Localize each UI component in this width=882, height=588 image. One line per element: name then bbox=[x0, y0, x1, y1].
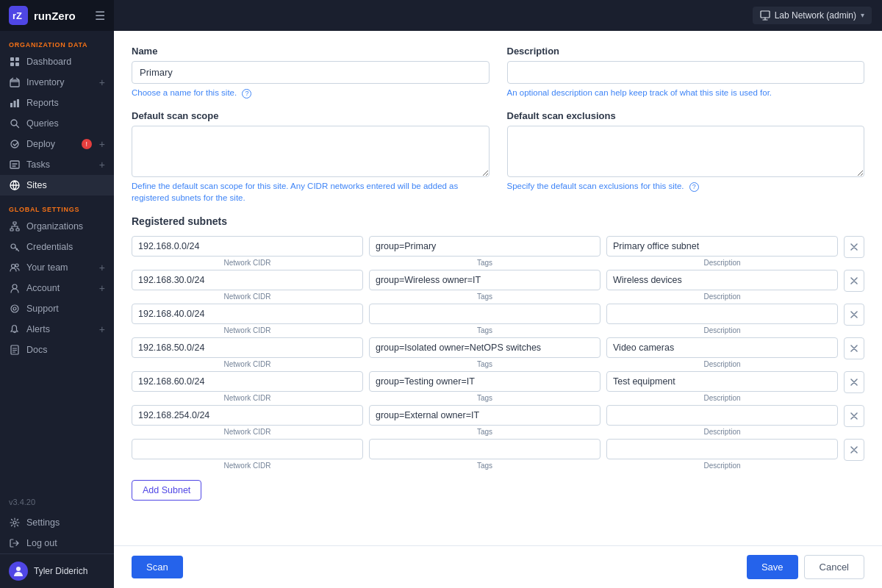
search-icon bbox=[9, 118, 21, 129]
subnet-description-field: Description bbox=[606, 405, 838, 436]
hamburger-icon[interactable]: ☰ bbox=[95, 9, 105, 23]
sidebar-item-sites[interactable]: Sites bbox=[0, 175, 114, 196]
svg-rect-14 bbox=[10, 229, 13, 231]
avatar bbox=[9, 562, 28, 581]
add-subnet-button[interactable]: Add Subnet bbox=[132, 480, 201, 501]
subnet-description-input[interactable] bbox=[606, 439, 838, 459]
plus-icon[interactable]: + bbox=[99, 76, 105, 88]
subnet-cidr-input[interactable] bbox=[132, 337, 363, 358]
org-icon bbox=[9, 220, 21, 232]
subnet-tags-input[interactable] bbox=[369, 270, 600, 290]
subnet-description-input[interactable] bbox=[606, 236, 838, 257]
subnet-description-field: Description bbox=[606, 236, 838, 267]
sidebar-item-label: Queries bbox=[26, 118, 59, 129]
svg-point-20 bbox=[11, 305, 18, 312]
org-selector[interactable]: Lab Network (admin) ▾ bbox=[753, 7, 872, 25]
subnet-cidr-input[interactable] bbox=[132, 270, 363, 290]
subnet-cidr-input[interactable] bbox=[132, 371, 363, 392]
remove-subnet-button[interactable] bbox=[844, 371, 864, 393]
sidebar-item-tasks[interactable]: Tasks + bbox=[0, 154, 114, 175]
plus-icon[interactable]: + bbox=[99, 282, 105, 294]
svg-rect-13 bbox=[13, 222, 16, 224]
sidebar-bottom: v3.4.20 Settings Log out Tyler Diderich bbox=[0, 492, 114, 588]
help-icon-2: ? bbox=[689, 182, 699, 192]
scan-exclusions-input[interactable] bbox=[507, 126, 865, 177]
name-group: Name Choose a name for this site. ? bbox=[132, 46, 490, 98]
sidebar-item-settings[interactable]: Settings bbox=[0, 512, 114, 533]
plus-icon[interactable]: + bbox=[99, 323, 105, 335]
sidebar-item-dashboard[interactable]: Dashboard bbox=[0, 51, 114, 72]
sidebar-item-inventory[interactable]: Inventory + bbox=[0, 72, 114, 93]
subnet-tags-input[interactable] bbox=[369, 371, 600, 392]
scan-scope-input[interactable] bbox=[132, 126, 490, 177]
subnet-description-input[interactable] bbox=[606, 405, 838, 426]
scan-button[interactable]: Scan bbox=[132, 556, 183, 578]
subnet-tags-input[interactable] bbox=[369, 236, 600, 257]
remove-subnet-button[interactable] bbox=[844, 304, 864, 326]
svg-rect-7 bbox=[10, 103, 12, 107]
docs-icon bbox=[9, 344, 21, 356]
sidebar-item-queries[interactable]: Queries bbox=[0, 113, 114, 134]
tags-label: Tags bbox=[369, 293, 600, 301]
sidebar-item-alerts[interactable]: Alerts + bbox=[0, 319, 114, 340]
global-section-label: GLOBAL SETTINGS bbox=[0, 196, 114, 216]
subnet-tags-input[interactable] bbox=[369, 439, 600, 459]
sidebar-item-logout[interactable]: Log out bbox=[0, 533, 114, 553]
subnet-cidr-input[interactable] bbox=[132, 439, 363, 459]
sidebar-item-credentials[interactable]: Credentials bbox=[0, 237, 114, 257]
sidebar-item-your-team[interactable]: Your team + bbox=[0, 257, 114, 278]
bar-chart-icon bbox=[9, 97, 21, 109]
svg-point-24 bbox=[16, 567, 21, 571]
content-area: Name Choose a name for this site. ? Desc… bbox=[114, 31, 882, 545]
sidebar-item-label: Your team bbox=[26, 262, 68, 273]
network-cidr-label: Network CIDR bbox=[132, 394, 363, 402]
plus-icon[interactable]: + bbox=[99, 159, 105, 171]
svg-point-18 bbox=[15, 264, 18, 267]
subnet-description-input[interactable] bbox=[606, 304, 838, 324]
org-name: Lab Network (admin) bbox=[775, 10, 856, 21]
subnet-cidr-input[interactable] bbox=[132, 304, 363, 324]
tags-label: Tags bbox=[369, 360, 600, 368]
subnet-description-input[interactable] bbox=[606, 371, 838, 392]
deploy-icon bbox=[9, 138, 21, 150]
remove-subnet-button[interactable] bbox=[844, 236, 864, 258]
subnet-tags-input[interactable] bbox=[369, 337, 600, 358]
cancel-button[interactable]: Cancel bbox=[804, 555, 864, 579]
network-cidr-label: Network CIDR bbox=[132, 326, 363, 334]
remove-subnet-button[interactable] bbox=[844, 405, 864, 427]
plus-icon[interactable]: + bbox=[99, 262, 105, 273]
subnet-tags-input[interactable] bbox=[369, 405, 600, 426]
subnet-description-input[interactable] bbox=[606, 337, 838, 358]
name-input[interactable] bbox=[132, 61, 490, 84]
sidebar-item-deploy[interactable]: Deploy ! + bbox=[0, 134, 114, 154]
sidebar-item-reports[interactable]: Reports bbox=[0, 93, 114, 113]
subnet-cidr-input[interactable] bbox=[132, 236, 363, 257]
table-row: Network CIDR Tags Description bbox=[132, 405, 864, 436]
remove-subnet-button[interactable] bbox=[844, 337, 864, 359]
subnet-tags-input[interactable] bbox=[369, 304, 600, 324]
tasks-icon bbox=[9, 159, 21, 171]
save-button[interactable]: Save bbox=[747, 555, 798, 579]
sidebar-item-label: Inventory bbox=[26, 77, 64, 87]
sidebar-item-label: Settings bbox=[26, 517, 60, 528]
sidebar-item-organizations[interactable]: Organizations bbox=[0, 216, 114, 237]
subnet-description-input[interactable] bbox=[606, 270, 838, 290]
sidebar-item-label: Docs bbox=[26, 345, 47, 355]
sidebar-item-support[interactable]: Support bbox=[0, 298, 114, 319]
subnets-section-title: Registered subnets bbox=[132, 215, 864, 227]
description-input[interactable] bbox=[507, 61, 865, 84]
scan-scope-group: Default scan scope Define the default sc… bbox=[132, 110, 490, 204]
sidebar-item-docs[interactable]: Docs bbox=[0, 340, 114, 360]
plus-icon[interactable]: + bbox=[99, 138, 105, 150]
svg-rect-8 bbox=[14, 101, 16, 107]
svg-rect-12 bbox=[10, 161, 19, 168]
subnet-cidr-input[interactable] bbox=[132, 405, 363, 426]
name-hint: Choose a name for this site. ? bbox=[132, 87, 490, 98]
table-row: Network CIDR Tags Description bbox=[132, 337, 864, 368]
remove-subnet-button[interactable] bbox=[844, 270, 864, 292]
sidebar-item-label: Reports bbox=[26, 98, 59, 108]
subnet-tags-field: Tags bbox=[369, 236, 600, 267]
sidebar-item-account[interactable]: Account + bbox=[0, 278, 114, 298]
remove-subnet-button[interactable] bbox=[844, 439, 864, 461]
description-label: Description bbox=[606, 259, 838, 267]
